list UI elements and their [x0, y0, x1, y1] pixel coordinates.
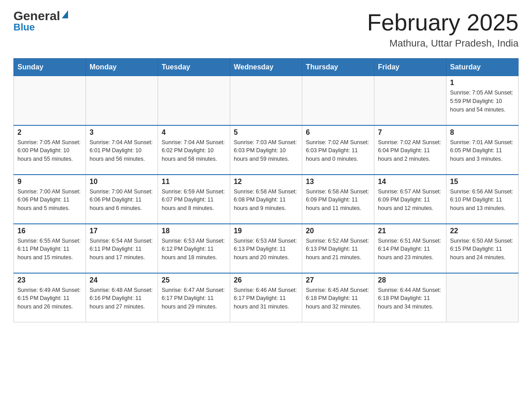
calendar-cell: 11Sunrise: 6:59 AM Sunset: 6:07 PM Dayli…	[158, 175, 230, 224]
day-number: 3	[90, 128, 154, 137]
calendar-cell: 27Sunrise: 6:45 AM Sunset: 6:18 PM Dayli…	[302, 273, 374, 322]
calendar-cell: 6Sunrise: 7:02 AM Sunset: 6:03 PM Daylig…	[302, 125, 374, 175]
calendar-cell: 9Sunrise: 7:00 AM Sunset: 6:06 PM Daylig…	[14, 175, 86, 224]
day-info: Sunrise: 6:56 AM Sunset: 6:10 PM Dayligh…	[450, 188, 515, 213]
day-number: 19	[234, 227, 298, 235]
day-number: 24	[90, 276, 154, 284]
day-number: 10	[90, 178, 154, 186]
calendar-header-sunday: Sunday	[14, 59, 86, 76]
day-info: Sunrise: 6:57 AM Sunset: 6:09 PM Dayligh…	[378, 188, 442, 213]
day-info: Sunrise: 7:05 AM Sunset: 6:00 PM Dayligh…	[17, 138, 82, 163]
calendar-cell: 24Sunrise: 6:48 AM Sunset: 6:16 PM Dayli…	[86, 273, 158, 322]
day-number: 15	[450, 178, 515, 186]
day-info: Sunrise: 6:46 AM Sunset: 6:17 PM Dayligh…	[234, 286, 298, 311]
day-number: 25	[162, 276, 226, 284]
day-info: Sunrise: 7:02 AM Sunset: 6:04 PM Dayligh…	[378, 138, 442, 163]
calendar-cell: 22Sunrise: 6:50 AM Sunset: 6:15 PM Dayli…	[446, 224, 519, 273]
calendar-cell	[14, 76, 86, 125]
day-number: 6	[306, 128, 370, 137]
logo-arrow-icon	[62, 10, 68, 18]
calendar-cell	[230, 76, 302, 125]
title-block: February 2025 Mathura, Uttar Pradesh, In…	[367, 9, 519, 49]
calendar-table: SundayMondayTuesdayWednesdayThursdayFrid…	[13, 58, 519, 322]
day-number: 13	[306, 178, 370, 186]
day-info: Sunrise: 6:44 AM Sunset: 6:18 PM Dayligh…	[378, 286, 442, 311]
day-number: 14	[378, 178, 442, 186]
day-info: Sunrise: 7:00 AM Sunset: 6:06 PM Dayligh…	[90, 188, 154, 213]
day-number: 28	[378, 276, 442, 284]
day-info: Sunrise: 6:48 AM Sunset: 6:16 PM Dayligh…	[90, 286, 154, 311]
logo-blue: Blue	[13, 21, 35, 33]
day-info: Sunrise: 6:45 AM Sunset: 6:18 PM Dayligh…	[306, 286, 370, 311]
calendar-week-row: 1Sunrise: 7:05 AM Sunset: 5:59 PM Daylig…	[14, 76, 519, 125]
day-number: 5	[234, 128, 298, 137]
day-number: 9	[17, 178, 82, 186]
day-info: Sunrise: 7:04 AM Sunset: 6:02 PM Dayligh…	[162, 138, 226, 163]
day-info: Sunrise: 7:01 AM Sunset: 6:05 PM Dayligh…	[450, 138, 515, 163]
day-info: Sunrise: 6:59 AM Sunset: 6:07 PM Dayligh…	[162, 188, 226, 213]
calendar-cell: 21Sunrise: 6:51 AM Sunset: 6:14 PM Dayli…	[374, 224, 446, 273]
calendar-cell: 12Sunrise: 6:58 AM Sunset: 6:08 PM Dayli…	[230, 175, 302, 224]
calendar-cell: 25Sunrise: 6:47 AM Sunset: 6:17 PM Dayli…	[158, 273, 230, 322]
calendar-cell: 1Sunrise: 7:05 AM Sunset: 5:59 PM Daylig…	[446, 76, 519, 125]
day-info: Sunrise: 6:58 AM Sunset: 6:09 PM Dayligh…	[306, 188, 370, 213]
day-number: 17	[90, 227, 154, 235]
calendar-cell	[374, 76, 446, 125]
calendar-cell: 26Sunrise: 6:46 AM Sunset: 6:17 PM Dayli…	[230, 273, 302, 322]
page-header: General Blue February 2025 Mathura, Utta…	[13, 9, 519, 49]
calendar-cell: 20Sunrise: 6:52 AM Sunset: 6:13 PM Dayli…	[302, 224, 374, 273]
calendar-header-monday: Monday	[86, 59, 158, 76]
day-info: Sunrise: 6:47 AM Sunset: 6:17 PM Dayligh…	[162, 286, 226, 311]
day-number: 27	[306, 276, 370, 284]
day-number: 11	[162, 178, 226, 186]
day-info: Sunrise: 6:55 AM Sunset: 6:11 PM Dayligh…	[17, 237, 82, 262]
calendar-header-saturday: Saturday	[446, 59, 519, 76]
calendar-cell: 28Sunrise: 6:44 AM Sunset: 6:18 PM Dayli…	[374, 273, 446, 322]
calendar-cell: 4Sunrise: 7:04 AM Sunset: 6:02 PM Daylig…	[158, 125, 230, 175]
day-number: 2	[17, 128, 82, 137]
day-number: 12	[234, 178, 298, 186]
calendar-header-friday: Friday	[374, 59, 446, 76]
day-number: 26	[234, 276, 298, 284]
day-info: Sunrise: 7:00 AM Sunset: 6:06 PM Dayligh…	[17, 188, 82, 213]
calendar-cell: 16Sunrise: 6:55 AM Sunset: 6:11 PM Dayli…	[14, 224, 86, 273]
day-number: 7	[378, 128, 442, 137]
calendar-cell: 17Sunrise: 6:54 AM Sunset: 6:11 PM Dayli…	[86, 224, 158, 273]
calendar-cell: 8Sunrise: 7:01 AM Sunset: 6:05 PM Daylig…	[446, 125, 519, 175]
day-info: Sunrise: 7:03 AM Sunset: 6:03 PM Dayligh…	[234, 138, 298, 163]
calendar-cell: 19Sunrise: 6:53 AM Sunset: 6:13 PM Dayli…	[230, 224, 302, 273]
calendar-header-thursday: Thursday	[302, 59, 374, 76]
calendar-cell: 7Sunrise: 7:02 AM Sunset: 6:04 PM Daylig…	[374, 125, 446, 175]
day-number: 16	[17, 227, 82, 235]
calendar-cell	[446, 273, 519, 322]
calendar-cell: 2Sunrise: 7:05 AM Sunset: 6:00 PM Daylig…	[14, 125, 86, 175]
calendar-cell	[302, 76, 374, 125]
calendar-cell: 13Sunrise: 6:58 AM Sunset: 6:09 PM Dayli…	[302, 175, 374, 224]
day-info: Sunrise: 6:49 AM Sunset: 6:15 PM Dayligh…	[17, 286, 82, 311]
calendar-cell	[86, 76, 158, 125]
calendar-header-row: SundayMondayTuesdayWednesdayThursdayFrid…	[14, 59, 519, 76]
day-info: Sunrise: 6:58 AM Sunset: 6:08 PM Dayligh…	[234, 188, 298, 213]
calendar-cell: 14Sunrise: 6:57 AM Sunset: 6:09 PM Dayli…	[374, 175, 446, 224]
day-number: 21	[378, 227, 442, 235]
calendar-header-wednesday: Wednesday	[230, 59, 302, 76]
day-number: 18	[162, 227, 226, 235]
calendar-week-row: 9Sunrise: 7:00 AM Sunset: 6:06 PM Daylig…	[14, 175, 519, 224]
day-number: 1	[450, 79, 515, 87]
day-number: 23	[17, 276, 82, 284]
calendar-cell: 10Sunrise: 7:00 AM Sunset: 6:06 PM Dayli…	[86, 175, 158, 224]
day-info: Sunrise: 7:04 AM Sunset: 6:01 PM Dayligh…	[90, 138, 154, 163]
day-info: Sunrise: 6:51 AM Sunset: 6:14 PM Dayligh…	[378, 237, 442, 262]
calendar-cell: 5Sunrise: 7:03 AM Sunset: 6:03 PM Daylig…	[230, 125, 302, 175]
day-number: 20	[306, 227, 370, 235]
day-number: 4	[162, 128, 226, 137]
calendar-cell: 23Sunrise: 6:49 AM Sunset: 6:15 PM Dayli…	[14, 273, 86, 322]
day-info: Sunrise: 6:53 AM Sunset: 6:12 PM Dayligh…	[162, 237, 226, 262]
calendar-cell: 18Sunrise: 6:53 AM Sunset: 6:12 PM Dayli…	[158, 224, 230, 273]
calendar-cell: 3Sunrise: 7:04 AM Sunset: 6:01 PM Daylig…	[86, 125, 158, 175]
calendar-week-row: 23Sunrise: 6:49 AM Sunset: 6:15 PM Dayli…	[14, 273, 519, 322]
logo: General Blue	[13, 9, 68, 33]
day-info: Sunrise: 6:54 AM Sunset: 6:11 PM Dayligh…	[90, 237, 154, 262]
day-info: Sunrise: 6:53 AM Sunset: 6:13 PM Dayligh…	[234, 237, 298, 262]
day-number: 8	[450, 128, 515, 137]
